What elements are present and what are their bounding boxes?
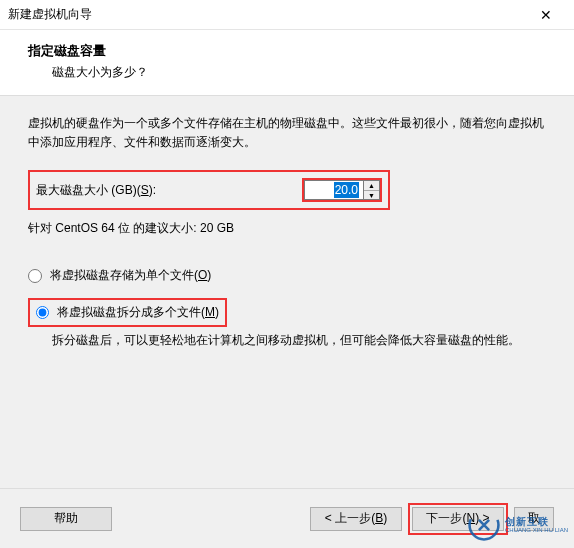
spinner-up-button[interactable]: ▲ (364, 181, 379, 191)
disk-size-label: 最大磁盘大小 (GB)(S): (36, 182, 156, 199)
close-icon: ✕ (540, 7, 552, 23)
radio-single-file-input[interactable] (28, 269, 42, 283)
spinner-down-button[interactable]: ▼ (364, 191, 379, 200)
next-button[interactable]: 下一步(N) > (412, 507, 504, 531)
disk-storage-radio-group: 将虚拟磁盘存储为单个文件(O) 将虚拟磁盘拆分成多个文件(M) 拆分磁盘后，可以… (28, 265, 546, 350)
wizard-header: 指定磁盘容量 磁盘大小为多少？ (0, 30, 574, 96)
radio-multi-file-desc: 拆分磁盘后，可以更轻松地在计算机之间移动虚拟机，但可能会降低大容量磁盘的性能。 (52, 331, 546, 350)
disk-size-row: 最大磁盘大小 (GB)(S): 20.0 ▲ ▼ (28, 170, 390, 210)
next-button-highlight: 下一步(N) > (408, 503, 508, 535)
recommended-size-text: 针对 CentOS 64 位 的建议大小: 20 GB (28, 220, 546, 237)
description-text: 虚拟机的硬盘作为一个或多个文件存储在主机的物理磁盘中。这些文件最初很小，随着您向… (28, 114, 546, 152)
radio-multi-file-label: 将虚拟磁盘拆分成多个文件(M) (57, 304, 219, 321)
back-button[interactable]: < 上一步(B) (310, 507, 402, 531)
help-button[interactable]: 帮助 (20, 507, 112, 531)
radio-single-file[interactable]: 将虚拟磁盘存储为单个文件(O) (28, 265, 546, 286)
wizard-content: 虚拟机的硬盘作为一个或多个文件存储在主机的物理磁盘中。这些文件最初很小，随着您向… (0, 96, 574, 524)
titlebar: 新建虚拟机向导 ✕ (0, 0, 574, 30)
cancel-button[interactable]: 取 (514, 507, 554, 531)
page-subtitle: 磁盘大小为多少？ (28, 64, 546, 81)
window-title: 新建虚拟机向导 (8, 6, 92, 23)
disk-size-input[interactable] (304, 180, 364, 200)
page-title: 指定磁盘容量 (28, 42, 546, 60)
close-button[interactable]: ✕ (526, 1, 566, 29)
disk-size-spinner: 20.0 ▲ ▼ (302, 178, 382, 202)
radio-multi-file-input[interactable] (36, 306, 49, 319)
wizard-footer: 帮助 < 上一步(B) 下一步(N) > 取 (0, 488, 574, 548)
radio-single-file-label: 将虚拟磁盘存储为单个文件(O) (50, 267, 211, 284)
radio-multi-file-highlight: 将虚拟磁盘拆分成多个文件(M) (28, 298, 227, 327)
